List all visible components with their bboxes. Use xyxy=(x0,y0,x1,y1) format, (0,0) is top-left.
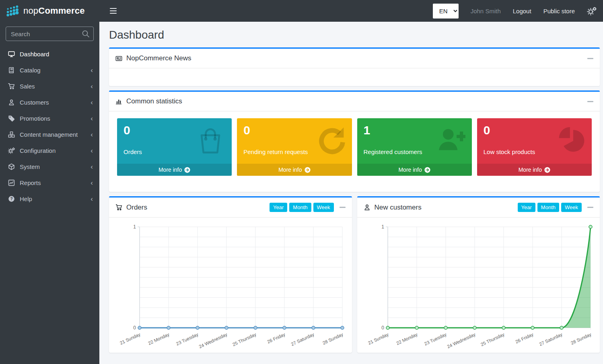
sidebar-item-label: Dashboard xyxy=(20,51,49,58)
brand-name: nopCommerce xyxy=(23,6,85,16)
question-icon: ? xyxy=(7,195,15,202)
svg-text:0: 0 xyxy=(381,325,384,331)
range-button-year[interactable]: Year xyxy=(518,203,535,212)
collapse-icon[interactable] xyxy=(587,207,593,208)
orders-chart-header: Orders YearMonthWeek xyxy=(109,197,352,218)
stat-tiles: 0 Orders More info 0 Pending return requ… xyxy=(117,118,592,176)
svg-text:21 Sunday: 21 Sunday xyxy=(119,332,141,345)
stat-value: 0 xyxy=(243,123,345,138)
book-icon xyxy=(7,66,15,74)
sidebar-item-label: Promotions xyxy=(20,115,50,122)
sidebar-item-label: Reports xyxy=(20,179,41,186)
settings-gears-icon[interactable] xyxy=(587,6,597,15)
svg-text:22 Monday: 22 Monday xyxy=(147,332,170,346)
arrow-circle-icon xyxy=(305,167,311,173)
user-name: John Smith xyxy=(471,8,501,14)
gears-icon xyxy=(7,147,15,154)
collapse-icon[interactable] xyxy=(587,101,593,102)
chevron-left-icon: ‹ xyxy=(91,147,93,154)
arrow-circle-icon xyxy=(424,167,430,173)
logout-link[interactable]: Logout xyxy=(513,8,531,14)
new-customers-chart: 0121 Sunday22 Monday23 Tuesday24 Wednesd… xyxy=(357,218,600,353)
range-button-year[interactable]: Year xyxy=(270,203,287,212)
sidebar-item-configuration[interactable]: Configuration‹ xyxy=(0,142,99,158)
range-button-week[interactable]: Week xyxy=(313,203,334,212)
user-icon xyxy=(364,204,371,211)
chevron-left-icon: ‹ xyxy=(91,115,93,122)
sidebar-search xyxy=(6,27,94,41)
svg-text:27 Saturday: 27 Saturday xyxy=(538,332,563,347)
cart-icon xyxy=(7,82,15,90)
sidebar-item-system[interactable]: System‹ xyxy=(0,158,99,175)
svg-text:23 Tuesday: 23 Tuesday xyxy=(423,332,447,346)
more-info-link[interactable]: More info xyxy=(357,164,472,176)
news-panel-header: NopCommerce News xyxy=(109,49,600,68)
svg-text:27 Saturday: 27 Saturday xyxy=(290,332,315,347)
stat-tile-body: 1 Registered customers xyxy=(357,118,472,164)
sidebar-menu: DashboardCatalog‹Sales‹Customers‹Promoti… xyxy=(0,46,99,207)
more-info-link[interactable]: More info xyxy=(477,164,592,176)
stat-tile-pending-return-requests: 0 Pending return requests More info xyxy=(237,118,352,176)
search-icon[interactable] xyxy=(81,29,90,38)
collapse-icon[interactable] xyxy=(340,207,346,208)
svg-text:24 Wednesday: 24 Wednesday xyxy=(446,332,476,349)
language-select[interactable]: EN xyxy=(433,4,459,19)
chevron-left-icon: ‹ xyxy=(91,131,93,138)
sidebar-item-sales[interactable]: Sales‹ xyxy=(0,78,99,94)
chart-icon xyxy=(7,179,15,186)
stat-tile-body: 0 Orders xyxy=(117,118,232,164)
sidebar-item-help[interactable]: ?Help‹ xyxy=(0,191,99,207)
page-content: Dashboard NopCommerce News Common statis xyxy=(99,22,603,364)
sidebar-item-label: Sales xyxy=(20,83,35,90)
svg-text:22 Monday: 22 Monday xyxy=(395,332,418,346)
svg-text:25 Thursday: 25 Thursday xyxy=(232,332,257,347)
collapse-icon[interactable] xyxy=(587,58,593,59)
sidebar-item-reports[interactable]: Reports‹ xyxy=(0,175,99,191)
brand-dots-icon xyxy=(5,4,20,17)
range-button-month[interactable]: Month xyxy=(537,203,559,212)
chevron-left-icon: ‹ xyxy=(91,67,93,74)
svg-text:25 Thursday: 25 Thursday xyxy=(480,332,505,347)
more-info-link[interactable]: More info xyxy=(237,164,352,176)
brand-logo[interactable]: nopCommerce xyxy=(0,0,99,22)
svg-text:21 Sunday: 21 Sunday xyxy=(367,332,389,345)
customers-chart-title: New customers xyxy=(375,204,422,212)
stat-tile-body: 0 Low stock products xyxy=(477,118,592,164)
orders-chart: 0121 Sunday22 Monday23 Tuesday24 Wednesd… xyxy=(109,218,352,353)
public-store-link[interactable]: Public store xyxy=(543,8,575,14)
orders-chart-panel: Orders YearMonthWeek 0121 Sunday22 Monda… xyxy=(109,196,352,353)
range-button-week[interactable]: Week xyxy=(561,203,582,212)
sidebar-item-label: Content management xyxy=(20,131,78,138)
charts-row: Orders YearMonthWeek 0121 Sunday22 Monda… xyxy=(109,196,600,353)
navbar-right: EN John Smith Logout Public store xyxy=(433,4,597,19)
sidebar-item-label: Catalog xyxy=(20,67,41,74)
news-panel-body xyxy=(109,68,600,86)
range-button-month[interactable]: Month xyxy=(289,203,311,212)
sidebar-item-content-management[interactable]: Content management‹ xyxy=(0,126,99,142)
sidebar-item-catalog[interactable]: Catalog‹ xyxy=(0,62,99,78)
sidebar-item-dashboard[interactable]: Dashboard xyxy=(0,46,99,62)
sidebar-item-customers[interactable]: Customers‹ xyxy=(0,94,99,110)
sidebar-item-label: Help xyxy=(20,195,32,202)
search-input[interactable] xyxy=(6,27,94,41)
stat-label: Low stock products xyxy=(484,148,585,155)
orders-range-buttons: YearMonthWeek xyxy=(270,203,333,212)
svg-text:?: ? xyxy=(10,196,12,201)
top-navbar: EN John Smith Logout Public store xyxy=(99,0,603,22)
orders-chart-title: Orders xyxy=(126,204,147,212)
app-root: nopCommerce DashboardCatalog‹Sales‹Custo… xyxy=(0,0,603,364)
menu-toggle-icon[interactable] xyxy=(108,6,118,16)
svg-text:0: 0 xyxy=(133,325,136,331)
svg-text:28 Sunday: 28 Sunday xyxy=(322,332,344,345)
sidebar-item-label: System xyxy=(20,163,40,170)
arrow-circle-icon xyxy=(184,167,190,173)
sidebar-item-label: Configuration xyxy=(20,147,56,154)
svg-text:1: 1 xyxy=(133,224,136,230)
cubes-icon xyxy=(7,131,15,138)
more-info-link[interactable]: More info xyxy=(117,164,232,176)
chevron-left-icon: ‹ xyxy=(91,83,93,90)
stat-value: 0 xyxy=(123,123,225,138)
sidebar-item-promotions[interactable]: Promotions‹ xyxy=(0,110,99,126)
statistics-panel-header: Common statistics xyxy=(109,92,600,111)
stat-value: 1 xyxy=(364,123,465,138)
